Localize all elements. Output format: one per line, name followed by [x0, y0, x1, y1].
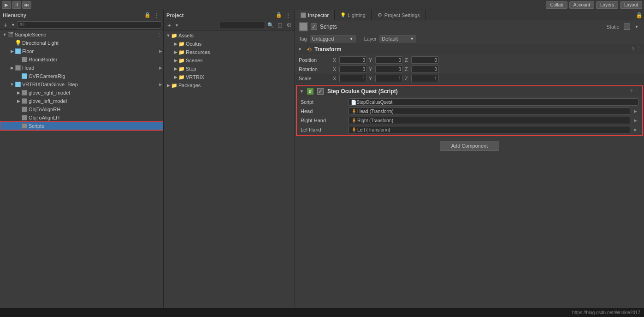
tree-item-scripts[interactable]: Scripts: [0, 122, 163, 130]
script-left-hand-value[interactable]: 🧍 Left (Transform): [349, 126, 630, 133]
script-active-checkbox[interactable]: ✓: [317, 88, 324, 95]
folder-step[interactable]: ▶ 📁 Step: [164, 65, 295, 73]
right-hand-field-arrow[interactable]: ▶: [632, 117, 638, 124]
lighting-tab-icon: 💡: [340, 12, 346, 18]
tree-item-ovr[interactable]: OVRCameraRig: [0, 72, 163, 80]
scene-icon: 🎬: [7, 31, 14, 38]
tab-project-settings[interactable]: ⚙ Project Settings: [372, 10, 426, 20]
layer-dropdown-arrow: ▼: [410, 36, 414, 41]
tree-item-obj-lh[interactable]: ObjToAlignLH: [0, 114, 163, 122]
rotation-x-input[interactable]: [339, 66, 367, 73]
script-file-icon: 📄: [351, 100, 356, 105]
rotation-label: Rotation: [299, 66, 331, 72]
rotation-y-group: Y: [369, 66, 403, 73]
folder-assets[interactable]: ▼ 📁 Assets: [164, 31, 295, 40]
script-head-value[interactable]: 🧍 Head (Transform): [349, 108, 630, 115]
step-button[interactable]: ⏭: [22, 1, 31, 9]
object-active-checkbox[interactable]: ✓: [311, 24, 317, 30]
project-search-input[interactable]: [219, 22, 265, 29]
project-toolbar: + ▼ 🔍 ◫ 6!: [164, 20, 295, 30]
layer-dropdown[interactable]: Default ▼: [379, 35, 416, 42]
transform-component-icon: ⟲: [305, 46, 313, 53]
hierarchy-search-input[interactable]: [17, 21, 161, 29]
script-head-row: Head 🧍 Head (Transform) ▶: [297, 107, 642, 116]
position-row: Position X Y Z: [295, 55, 644, 65]
inspector-tab-label: Inspector: [308, 12, 329, 18]
tree-item-glove-left[interactable]: ▶ glove_left_model: [0, 97, 163, 105]
rotation-z-input[interactable]: [411, 66, 439, 73]
tree-label-vrtrix: VRTRIXDataGlove_Step: [22, 82, 78, 87]
project-menu-icon[interactable]: ⋮: [284, 12, 292, 19]
transform-header[interactable]: ▼ ⟲ Transform ? ⋮: [295, 44, 644, 54]
scale-y-input[interactable]: [375, 75, 403, 82]
rotation-fields: X Y Z: [333, 66, 640, 73]
folder-oculus[interactable]: ▶ 📁 Oculus: [164, 40, 295, 48]
position-z-input[interactable]: [411, 56, 439, 64]
expand-arrow-vrtrix[interactable]: ▶: [159, 82, 162, 87]
script-left-hand-label: Lef Hand: [301, 127, 347, 132]
folder-icon-resources: 📁: [178, 49, 185, 55]
scale-x-input[interactable]: [339, 75, 367, 82]
layout-button[interactable]: Layout: [620, 1, 642, 9]
transform-collapse-arrow: ▼: [298, 47, 303, 52]
play-button[interactable]: ▶: [2, 1, 11, 9]
project-add-arrow[interactable]: ▼: [175, 23, 179, 28]
folder-scenes[interactable]: ▶ 📁 Scenes: [164, 56, 295, 65]
tree-more-sample-scene[interactable]: ⋮: [157, 32, 161, 37]
folder-label-vrtrix: VRTRIX: [186, 74, 204, 80]
rotation-y-input[interactable]: [375, 66, 403, 73]
folder-resources[interactable]: ▶ 📁 Resources: [164, 48, 295, 56]
head-field-arrow[interactable]: ▶: [632, 108, 638, 114]
left-hand-field-arrow[interactable]: ▶: [632, 126, 638, 133]
project-add-button[interactable]: +: [165, 22, 173, 29]
top-toolbar: ▶ ⏸ ⏭ Collab Account Layers Layout: [0, 0, 644, 10]
position-x-input[interactable]: [339, 56, 367, 64]
settings-tab-label: Project Settings: [384, 12, 420, 18]
inspector-lock-icon[interactable]: 🔒: [634, 10, 644, 20]
tree-item-floor[interactable]: ▶ Floor ▶: [0, 47, 163, 55]
tree-item-vrtrix[interactable]: ▼ VRTRIXDataGlove_Step ▶: [0, 80, 163, 89]
collab-button[interactable]: Collab: [546, 1, 567, 9]
hierarchy-tree: ▼ 🎬 SampleScene ⋮ 💡 Directional Light ▶ …: [0, 30, 163, 308]
tree-item-roomborder[interactable]: RoomBorder: [0, 55, 163, 64]
tab-inspector[interactable]: Inspector: [295, 10, 335, 20]
cube-icon-obj-rh: [21, 106, 28, 113]
folder-packages[interactable]: ▶ 📁 Packages: [164, 81, 295, 90]
expand-arrow-floor[interactable]: ▶: [159, 49, 162, 54]
project-search-icon[interactable]: 🔍: [267, 22, 274, 29]
static-checkbox[interactable]: [624, 24, 630, 30]
script-component-header[interactable]: ▼ # ✓ Step Oculus Quest (Script) ? ⋮: [297, 86, 642, 96]
project-title: Project: [166, 12, 183, 18]
script-component: ▼ # ✓ Step Oculus Quest (Script) ? ⋮ Scr…: [296, 85, 643, 136]
scale-z-input[interactable]: [411, 75, 439, 82]
tree-item-sample-scene[interactable]: ▼ 🎬 SampleScene ⋮: [0, 30, 163, 39]
hierarchy-lock-icon[interactable]: 🔒: [144, 12, 151, 19]
hierarchy-dropdown-arrow[interactable]: ▼: [11, 23, 15, 27]
script-right-hand-value[interactable]: 🧍 Right (Transform): [349, 117, 630, 124]
pause-button[interactable]: ⏸: [12, 1, 21, 9]
expand-arrow-head[interactable]: ▶: [159, 66, 162, 70]
project-lock-icon[interactable]: 🔒: [275, 12, 283, 19]
transform-help[interactable]: ? ⋮: [632, 47, 641, 53]
tab-lighting[interactable]: 💡 Lighting: [335, 10, 372, 20]
folder-icon-step: 📁: [178, 66, 185, 72]
tree-item-directional-light[interactable]: 💡 Directional Light: [0, 39, 163, 47]
hierarchy-add-button[interactable]: +: [2, 21, 9, 29]
folder-vrtrix[interactable]: ▶ 📁 VRTRIX: [164, 73, 295, 81]
tree-item-head[interactable]: ▶ Head ▶: [0, 64, 163, 72]
position-y-input[interactable]: [375, 56, 403, 64]
layers-button[interactable]: Layers: [596, 1, 618, 9]
hierarchy-menu-icon[interactable]: ⋮: [153, 12, 160, 19]
script-script-value[interactable]: 📄 StepOculusQuest: [349, 98, 638, 106]
cube-icon-vrtrix: [15, 81, 21, 88]
tag-dropdown[interactable]: Untagged ▼: [310, 35, 356, 42]
project-view-icon[interactable]: ◫: [276, 22, 284, 29]
account-button[interactable]: Account: [569, 1, 594, 9]
tree-item-glove-right[interactable]: ▶ glove_right_model: [0, 89, 163, 97]
tree-item-obj-rh[interactable]: ObjToAlignRH: [0, 105, 163, 114]
static-dropdown-arrow[interactable]: ▼: [633, 23, 640, 30]
add-component-button[interactable]: Add Component: [440, 141, 500, 151]
script-script-label: Script: [301, 99, 347, 105]
script-component-help[interactable]: ? ⋮: [630, 89, 639, 95]
folder-label-packages: Packages: [178, 83, 201, 88]
